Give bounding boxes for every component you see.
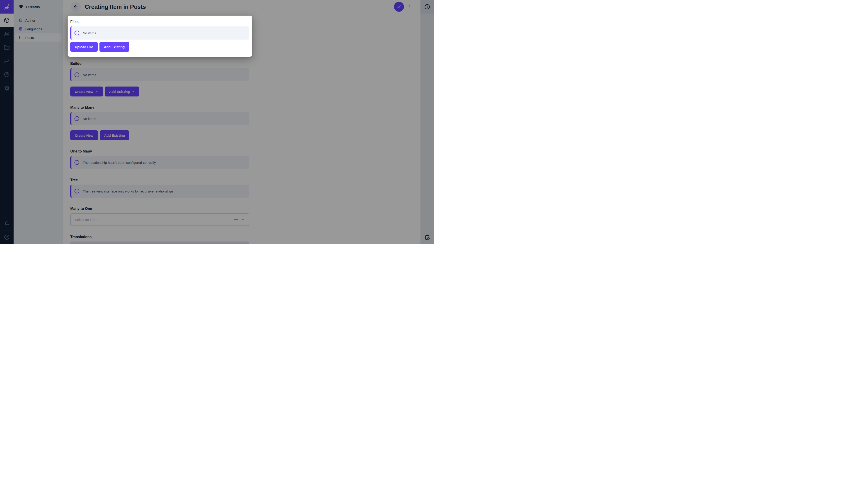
button-label: Add Existing: [104, 45, 125, 49]
add-existing-button[interactable]: Add Existing: [99, 42, 129, 52]
button-label: Upload File: [75, 45, 93, 49]
files-empty-notice: No items: [70, 26, 249, 39]
field-label: Files: [70, 20, 249, 24]
field-files: Files No items Upload File Add Existing: [68, 15, 252, 57]
info-icon: [74, 30, 80, 36]
upload-file-button[interactable]: Upload File: [70, 42, 98, 52]
directus-app: Directus Author Languages: [0, 0, 434, 244]
notice-text: No items: [83, 31, 96, 35]
